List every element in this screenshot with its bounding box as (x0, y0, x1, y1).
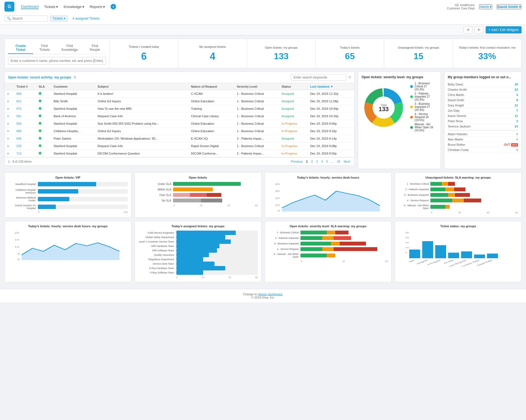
user-menu-button[interactable]: David Smith ▾ (497, 4, 522, 9)
page-2[interactable]: 2 (310, 159, 314, 164)
open-tickets-title: Open tickets (138, 176, 258, 179)
filter-icon[interactable]: ▽ (349, 75, 351, 79)
status-cell: Assigned (279, 135, 308, 142)
nav-items: Dashboard Tickets ▾ Knowledge ▾ Reports … (21, 4, 116, 9)
customer-cell: Bank of America (51, 113, 95, 120)
member-count: 14 (515, 125, 518, 128)
ticket-status-body: 806040200NewAssignedIn ProgressOn HoldAw… (398, 231, 518, 267)
subject-cell: Request Case Info (95, 142, 189, 150)
stat-assigned-value: 4 (183, 51, 242, 62)
svg-text:10: 10 (15, 245, 19, 248)
nav-add-button[interactable]: + (111, 4, 116, 9)
legend-dot-5 (410, 126, 413, 129)
alerts-button[interactable]: Alerts ▾ (479, 4, 492, 9)
classic-dashboard-link[interactable]: classic dashboard. (258, 293, 283, 296)
expand-cell[interactable]: + (5, 142, 14, 150)
member-row: Chris Martin 4 (448, 92, 518, 98)
ticket-id-cell[interactable]: 232 (14, 142, 36, 150)
expand-cell[interactable]: + (5, 120, 14, 127)
page-last[interactable]: 15 (336, 159, 341, 164)
tab-create-ticket[interactable]: Create Ticket (8, 42, 33, 54)
next-page[interactable]: Next (342, 159, 351, 164)
nav-reports[interactable]: Reports ▾ (90, 5, 105, 9)
customer-search-input[interactable] (8, 57, 106, 65)
ticket-id-cell[interactable]: 713 (14, 150, 36, 157)
page-5[interactable]: 5 (325, 159, 329, 164)
charts-row-1: Open tickets: VIP Standford Hospital Chi… (4, 172, 522, 218)
expand-cell[interactable]: + (5, 98, 14, 105)
tickets-search-dropdown[interactable]: Tickets ▾ (50, 15, 68, 22)
ticket-form-area: Create Ticket Find Tickets Find Knowledg… (5, 39, 110, 68)
member-name: Charles Smith (448, 88, 467, 91)
tab-find-knowledge[interactable]: Find Knowledge (56, 42, 84, 54)
member-name: Jon Daly (448, 109, 460, 112)
tab-find-tickets[interactable]: Find Tickets (33, 42, 56, 54)
member-row: Christian Costa 0 (448, 147, 518, 153)
search-area: 🔍 Tickets ▾ (4, 14, 68, 23)
sla-bar-row: 5 - Manual - Set When Open (398, 204, 518, 210)
prev-page[interactable]: Previous (290, 159, 304, 164)
ticket-id-cell[interactable]: 821 (14, 98, 36, 105)
refresh-button-2[interactable]: ↻ (475, 26, 483, 33)
stat-assigned-label: My assigned tickets (183, 45, 242, 49)
severity-cell: 1 - Business Critical (235, 113, 279, 120)
page-4[interactable]: 4 (320, 159, 324, 164)
nav-tickets[interactable]: Tickets ▾ (44, 5, 58, 9)
member-count: 19 (515, 83, 518, 86)
open-tickets-chart-card: Open tickets Under SLA Within SLA Over (135, 172, 261, 218)
severity-cell: 1 - Business Critical (235, 142, 279, 150)
logo-icon[interactable]: G (4, 2, 14, 12)
members-list: Betty Davis 19 Charles Smith 23 Chris Ma… (448, 82, 518, 154)
member-row: Charles Smith 23 (448, 87, 518, 92)
nav-dashboard[interactable]: Dashboard (21, 4, 39, 9)
ticket-id-cell[interactable]: 581 (14, 113, 36, 120)
ticket-id-cell[interactable]: 672 (14, 105, 36, 113)
assigned-label: Regulatory Department (138, 258, 174, 261)
assigned-bar-row: MRI Software Team (138, 248, 258, 253)
col-subject: Subject (95, 83, 189, 90)
ticket-rows: + 969 Stanford Hospital It is broken! C-… (5, 90, 354, 157)
assigned-bar (176, 244, 219, 248)
tab-find-people[interactable]: Find People (84, 42, 106, 54)
legend-dot-1 (410, 85, 413, 88)
ticket-id-cell[interactable]: 556 (14, 120, 36, 127)
status-cell: In-Progress (279, 127, 308, 135)
assigned-tickets-link[interactable]: 4 assigned Tickets (72, 16, 100, 21)
sla-sev-row: 5 - Manual - Set When Open (268, 253, 388, 258)
table-row: + 713 Stanford Hospital DICOM Conformanc… (5, 150, 354, 157)
status-bar (487, 254, 498, 258)
tab-buttons: Create Ticket Find Tickets Find Knowledg… (8, 42, 106, 54)
open-under-sla: Under SLA (138, 182, 258, 186)
nav-knowledge[interactable]: Knowledge ▾ (64, 5, 84, 9)
sla-severity-title: Open tickets: severity level: SLA warnin… (268, 225, 388, 228)
assigned-bar (176, 235, 225, 239)
updated-cell: Dec 19, 2019 9:32p (308, 127, 354, 135)
ticket-id-cell[interactable]: 483 (14, 127, 36, 135)
member-name: David Smith (448, 98, 464, 102)
ticket-id-cell[interactable]: 845 (14, 135, 36, 142)
expand-cell[interactable]: + (5, 135, 14, 142)
col-updated[interactable]: Last Updated ▼ (308, 83, 354, 90)
stat-open-groups-label: Open tickets: my groups (252, 46, 311, 49)
page-1[interactable]: 1 (305, 159, 309, 164)
expand-cell[interactable]: + (5, 127, 14, 135)
expand-cell[interactable]: + (5, 113, 14, 120)
severity-cell: 1 - Business Critical (235, 120, 279, 127)
expand-cell[interactable]: + (5, 90, 14, 98)
sla-cell (36, 113, 51, 120)
ticket-id-cell[interactable]: 969 (14, 90, 36, 98)
tickets-search-input[interactable] (291, 74, 346, 81)
page-3[interactable]: 3 (315, 159, 319, 164)
legend-dot-3 (410, 106, 413, 108)
member-row: Gary Knight 12 (448, 103, 518, 108)
refresh-button-1[interactable]: ↺ (464, 26, 472, 33)
assigned-label: Quality Assurance (138, 254, 174, 256)
expand-cell[interactable]: + (5, 105, 14, 113)
members-divider (448, 130, 518, 131)
add-edit-widgets-button[interactable]: + Add / Edit Widgets (486, 26, 522, 33)
expand-cell[interactable]: + (5, 150, 14, 157)
stat-assigned: My assigned tickets 4 (178, 39, 247, 68)
subject-cell: How-To use the new MRI (95, 105, 189, 113)
search-input[interactable] (12, 17, 45, 20)
severity-panel: Open tickets: severity level: my groups … (358, 72, 441, 169)
